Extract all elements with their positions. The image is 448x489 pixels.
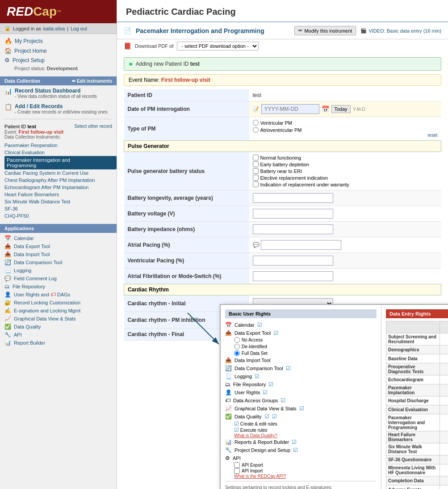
rights-subject-label: Subject Screening and Recruitment xyxy=(386,333,440,346)
instrument-list: Pacemaker Reoperation Clinical Evaluatio… xyxy=(0,142,117,222)
radio-ventricular-pm[interactable]: Ventricular PM xyxy=(253,120,438,126)
instrument-item-echocardiogram[interactable]: Echocardiogram After PM Implantation xyxy=(4,184,117,191)
checkbox-battery-eri[interactable]: Battery near to ERI xyxy=(253,168,438,174)
radio-de-identified[interactable]: De-Identified xyxy=(234,344,377,350)
username-link[interactable]: katia.silva xyxy=(43,26,65,31)
app-file-repository[interactable]: 🗂 File Repository xyxy=(0,282,117,291)
comment-icon: 💬 xyxy=(4,275,11,282)
popup-item-calendar: 📅 Calendar ☑ xyxy=(225,321,377,329)
instrument-item-pacemaker-reoperation[interactable]: Pacemaker Reoperation xyxy=(4,142,117,149)
esig-icon: ✍ xyxy=(4,308,11,314)
compare2-icon: 🔄 xyxy=(225,365,232,371)
app-graphical-data[interactable]: 📈 Graphical Data View & Stats xyxy=(0,315,117,323)
instrument-item-chq[interactable]: CHQ-PF50 xyxy=(4,212,117,219)
table-row: Pacemaker Implantation xyxy=(386,384,448,396)
app-data-quality[interactable]: ✅ Data Quality xyxy=(0,323,117,331)
logout-link[interactable]: Log out xyxy=(71,26,87,31)
sidebar-item-my-projects[interactable]: 🔥 My Projects xyxy=(0,36,117,46)
sidebar-item-project-home[interactable]: 🏠 Project Home xyxy=(0,46,117,55)
api-link[interactable]: What is the REDCap API? xyxy=(234,474,286,479)
calendar-picker-icon[interactable]: 📅 xyxy=(322,105,329,113)
api-export-checkbox[interactable]: API Export xyxy=(234,462,377,468)
video-link[interactable]: 🎬 VIDEO: Basic data entry (16 min) xyxy=(360,28,441,34)
popup-item-api: ⚙ API xyxy=(225,454,377,462)
record-status-dashboard[interactable]: 📊 Record Status Dashboard - View data co… xyxy=(0,85,117,101)
checkbox-indication-replacement[interactable]: Indication of replacement under warranty xyxy=(253,181,438,187)
battery-longevity-input[interactable] xyxy=(253,193,333,203)
quality-icon: ✅ xyxy=(4,324,11,330)
report-icon: 📊 xyxy=(4,340,11,346)
instrument-item-cardiac-pacing[interactable]: Cardiac Pacing System in Current Use xyxy=(4,169,117,177)
app-data-import[interactable]: 📥 Data Import Tool xyxy=(0,250,117,258)
sidebar: RED Cap ™ 🔒 Logged in as katia.silva | L… xyxy=(0,0,117,489)
atrial-fibrillation-input[interactable] xyxy=(253,271,333,281)
instrument-item-pacemaker-interrogation[interactable]: Pacemaker Interrogation andProgramming xyxy=(4,156,117,169)
rights-radio-cell xyxy=(440,346,448,354)
field-value-ventricular-pacing xyxy=(249,253,441,269)
battery-voltage-input[interactable] xyxy=(253,209,333,219)
app-user-rights[interactable]: 👤 User Rights and 🏷 DAGs xyxy=(0,291,117,299)
sidebar-item-label: My Projects xyxy=(15,38,43,44)
rights-table: NoAccess ReadOnly View& Edit Subject Scr… xyxy=(386,321,448,489)
user-bar: 🔒 Logged in as katia.silva | Log out xyxy=(0,23,117,34)
table-row: Battery longevity, average (years) xyxy=(124,190,441,206)
chart-icon: 📈 xyxy=(4,316,11,322)
edit-instruments-link[interactable]: ✏ Edit instruments xyxy=(72,79,112,84)
rights-radio-cell xyxy=(440,363,448,375)
section-header-cardiac-rhythm: Cardiac Rhythm xyxy=(124,284,441,295)
pdf-select[interactable]: - select PDF download option - xyxy=(177,42,259,51)
rights-subject-label: Hospital Discharge xyxy=(386,396,440,405)
checkbox-normal-functioning[interactable]: Normal functioning xyxy=(253,155,438,160)
app-record-locking[interactable]: 🔐 Record Locking Customization xyxy=(0,299,117,307)
sidebar-item-project-setup[interactable]: ⚙ Project Setup xyxy=(0,55,117,65)
instrument-item-sf36[interactable]: SF-36 xyxy=(4,205,117,212)
radio-no-access[interactable]: No Access xyxy=(234,337,377,343)
app-logging[interactable]: 📃 Logging xyxy=(0,266,117,274)
app-calendar[interactable]: 📅 Calendar xyxy=(0,234,117,242)
api2-icon: ⚙ xyxy=(225,455,230,461)
lock-icon: 🔐 xyxy=(4,299,11,306)
popup-left: Basic User Rights 📅 Calendar ☑ 📤 Data Ex… xyxy=(221,305,381,489)
rights-radio-cell xyxy=(440,455,448,464)
instrument-item-chest-radiography[interactable]: Chest Radiography After PM Implantation xyxy=(4,177,117,184)
checkbox-early-battery[interactable]: Early battery depletion xyxy=(253,161,438,167)
table-row: Pulse generator battery status Normal fu… xyxy=(124,152,441,190)
reset-link[interactable]: reset xyxy=(253,133,438,138)
table-row: Type of PM Ventricular PM Atrioventricul… xyxy=(124,117,441,141)
date-pm-input[interactable] xyxy=(261,104,319,114)
ventricular-pacing-input[interactable] xyxy=(253,256,333,266)
data-quality-link[interactable]: What is Data Quality? xyxy=(234,433,277,438)
checkbox-elective-replacement[interactable]: Elective replacement indication xyxy=(253,175,438,181)
atrial-pacing-input[interactable] xyxy=(261,240,341,250)
instrument-icon: 📄 xyxy=(124,27,131,34)
app-api[interactable]: 🔧 API xyxy=(0,331,117,339)
app-report-builder[interactable]: 📊 Report Builder xyxy=(0,339,117,347)
pdf-icon: 📕 xyxy=(124,42,131,50)
app-field-comment[interactable]: 💬 Field Comment Log xyxy=(0,274,117,282)
instrument-item-six-minute[interactable]: Six Minute Walk Distance Test xyxy=(4,198,117,205)
rights-radio-cell xyxy=(440,396,448,405)
instrument-item-clinical-evaluation[interactable]: Clinical Evaluation xyxy=(4,149,117,156)
radio-full-data-set[interactable]: Full Data Set xyxy=(234,350,377,356)
api-import-checkbox[interactable]: API Import xyxy=(234,468,377,474)
popup-item-reports: 📊 Reports & Report Builder ☑ xyxy=(225,438,377,446)
modify-instrument-button[interactable]: ✏ Modify this instrument xyxy=(294,26,356,35)
table-row: Atrial Pacing (%) 💬 xyxy=(124,237,441,253)
select-other-record-link[interactable]: Select other record xyxy=(75,124,113,129)
radio-atrioventricular-pm[interactable]: Atrioventricular PM xyxy=(253,127,438,133)
app-data-export[interactable]: 📤 Data Export Tool xyxy=(0,242,117,250)
field-label-battery-status: Pulse generator battery status xyxy=(124,152,249,190)
today-button[interactable]: Today xyxy=(331,105,351,113)
popup-item-data-import: 📥 Data Import Tool xyxy=(225,356,377,364)
battery-impedance-input[interactable] xyxy=(253,224,333,234)
dag2-icon: 🏷 xyxy=(225,397,230,404)
report2-icon: 📊 xyxy=(225,439,232,445)
app-data-comparison[interactable]: 🔄 Data Comparison Tool xyxy=(0,258,117,266)
add-edit-records[interactable]: 📋 Add / Edit Records - Create new record… xyxy=(0,101,117,117)
calendar-icon: 📅 xyxy=(4,235,11,241)
rights-radio-cell xyxy=(440,414,448,431)
user-rights-popup: Basic User Rights 📅 Calendar ☑ 📤 Data Ex… xyxy=(220,304,448,489)
export-icon: 📤 xyxy=(4,243,11,249)
instrument-item-heart-failure[interactable]: Heart Failure Biomarkers xyxy=(4,191,117,198)
app-esignature[interactable]: ✍ E-signature and Locking Mgmt xyxy=(0,307,117,315)
